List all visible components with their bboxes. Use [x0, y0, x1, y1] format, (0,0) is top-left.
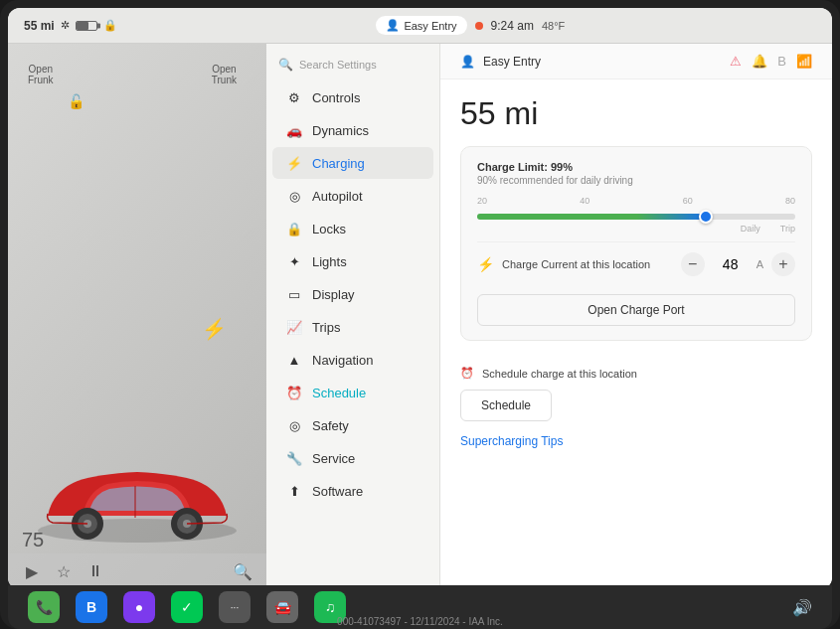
sidebar-label-navigation: Navigation — [312, 353, 373, 368]
sidebar-label-controls: Controls — [312, 90, 360, 105]
sidebar-item-schedule[interactable]: ⏰ Schedule — [272, 377, 433, 408]
sidebar-label-autopilot: Autopilot — [312, 189, 363, 204]
status-left: 55 mi ✲ 🔒 — [24, 19, 117, 33]
easy-entry-text: Easy Entry — [404, 20, 456, 32]
decrease-charge-button[interactable]: − — [681, 252, 705, 276]
easy-entry-badge: 👤 Easy Entry — [376, 16, 466, 35]
volume-icon: 🔊 — [792, 599, 812, 616]
signal-icon: 📶 — [796, 54, 812, 69]
slider-fill — [477, 214, 706, 220]
sidebar-label-locks: Locks — [312, 222, 346, 236]
mileage-display: 55 mi — [460, 95, 812, 132]
bluetooth-status-icon: ✲ — [61, 19, 70, 32]
charge-current-row: ⚡ Charge Current at this location − 48 A… — [477, 241, 795, 286]
slider-labels: 20 40 60 80 — [477, 196, 795, 206]
safety-icon: ◎ — [286, 417, 302, 433]
star-icon[interactable]: ☆ — [52, 559, 76, 583]
sidebar-label-trips: Trips — [312, 320, 340, 335]
sidebar-item-software[interactable]: ⬆ Software — [272, 475, 433, 507]
main-area: OpenFrunk OpenTrunk 🔓 — [8, 44, 832, 589]
status-temp: 48°F — [542, 20, 565, 32]
content-panel: 👤 Easy Entry ⚠ 🔔 B 📶 55 mi Charge Limit:… — [440, 44, 832, 589]
car-lock-icon: 🔓 — [68, 93, 84, 109]
charge-limit-title: Charge Limit: 99% — [477, 161, 795, 173]
play-icon[interactable]: ▶ — [20, 559, 44, 583]
sidebar-item-dynamics[interactable]: 🚗 Dynamics — [272, 114, 433, 146]
dynamics-icon: 🚗 — [286, 122, 302, 138]
car-lock-icon: 🔒 — [103, 19, 117, 32]
sidebar-item-service[interactable]: 🔧 Service — [272, 442, 433, 474]
schedule-button[interactable]: Schedule — [460, 390, 552, 421]
service-icon: 🔧 — [286, 450, 302, 466]
sidebar-label-display: Display — [312, 287, 355, 302]
volume-control[interactable]: 🔊 — [792, 598, 812, 617]
bluetooth-icon: B — [777, 54, 786, 69]
trips-icon: 📈 — [286, 319, 302, 335]
person-icon-content: 👤 — [460, 55, 475, 69]
sidebar-item-autopilot[interactable]: ◎ Autopilot — [272, 180, 433, 212]
person-icon: 👤 — [386, 19, 400, 32]
content-body: 55 mi Charge Limit: 99% 90% recommended … — [440, 79, 832, 465]
sidebar-label-lights: Lights — [312, 254, 347, 269]
charge-current-label: Charge Current at this location — [502, 257, 673, 271]
locks-icon: 🔒 — [286, 221, 302, 236]
sidebar-label-service: Service — [312, 451, 355, 466]
sidebar-label-dynamics: Dynamics — [312, 123, 369, 138]
open-trunk-label[interactable]: OpenTrunk — [212, 64, 237, 85]
slider-thumb[interactable] — [699, 210, 713, 224]
charging-current-icon: ⚡ — [477, 256, 494, 272]
watermark: 000-41073497 - 12/11/2024 - IAA Inc. — [0, 616, 840, 627]
sidebar-item-safety[interactable]: ◎ Safety — [272, 409, 433, 441]
autopilot-icon: ◎ — [286, 188, 302, 204]
status-bar: 55 mi ✲ 🔒 👤 Easy Entry 9:24 am 48°F — [8, 8, 832, 44]
slider-daily-trip: Daily Trip — [477, 224, 795, 234]
charge-slider[interactable] — [477, 214, 795, 220]
charge-value: 48 — [713, 256, 749, 272]
svg-point-0 — [38, 519, 237, 543]
alert-icon: ⚠ — [730, 54, 742, 69]
sidebar-item-display[interactable]: ▭ Display — [272, 278, 433, 310]
screen: 55 mi ✲ 🔒 👤 Easy Entry 9:24 am 48°F — [8, 8, 832, 589]
open-charge-port-button[interactable]: Open Charge Port — [477, 294, 795, 326]
software-icon: ⬆ — [286, 483, 302, 499]
bezel: 55 mi ✲ 🔒 👤 Easy Entry 9:24 am 48°F — [0, 0, 840, 629]
sidebar: 🔍 Search Settings ⚙ Controls 🚗 Dynamics … — [266, 44, 440, 589]
sidebar-item-trips[interactable]: 📈 Trips — [272, 311, 433, 343]
sidebar-label-software: Software — [312, 484, 363, 499]
content-header: 👤 Easy Entry ⚠ 🔔 B 📶 — [440, 44, 832, 79]
sidebar-label-safety: Safety — [312, 418, 349, 433]
sidebar-item-charging[interactable]: ⚡ Charging — [272, 147, 433, 179]
charging-icon: ⚡ — [286, 155, 302, 171]
status-center: 👤 Easy Entry 9:24 am 48°F — [125, 16, 816, 35]
status-mileage: 55 mi — [24, 19, 55, 33]
charge-unit: A — [756, 258, 763, 270]
increase-charge-button[interactable]: + — [771, 252, 795, 276]
sidebar-item-lights[interactable]: ✦ Lights — [272, 245, 433, 277]
search-placeholder[interactable]: Search Settings — [299, 59, 377, 71]
open-frunk-label[interactable]: OpenFrunk — [28, 64, 54, 85]
status-time: 9:24 am — [491, 19, 534, 33]
car-bottom-bar: ▶ ☆ ⏸ 🔍 — [8, 553, 266, 589]
trip-label: Trip — [780, 224, 795, 234]
car-image — [18, 436, 256, 559]
content-header-title: Easy Entry — [483, 55, 541, 69]
lights-icon: ✦ — [286, 253, 302, 269]
search-icon-sidebar: 🔍 — [278, 58, 293, 72]
car-area: OpenFrunk OpenTrunk 🔓 — [8, 44, 266, 589]
sidebar-item-navigation[interactable]: ▲ Navigation — [272, 344, 433, 376]
controls-icon: ⚙ — [286, 89, 302, 105]
sidebar-item-locks[interactable]: 🔒 Locks — [272, 213, 433, 244]
equalizer-icon[interactable]: ⏸ — [84, 559, 107, 583]
supercharging-tips-link[interactable]: Supercharging Tips — [460, 434, 563, 448]
schedule-label: Schedule charge at this location — [482, 368, 637, 380]
search-icon[interactable]: 🔍 — [231, 559, 254, 583]
speed-display: 75 — [22, 529, 44, 551]
record-indicator — [475, 22, 483, 30]
schedule-row: ⏰ Schedule charge at this location — [460, 357, 812, 390]
search-bar[interactable]: 🔍 Search Settings — [266, 52, 439, 78]
battery-icon — [76, 21, 97, 31]
sidebar-item-controls[interactable]: ⚙ Controls — [272, 81, 433, 113]
bell-icon: 🔔 — [752, 54, 767, 69]
daily-label: Daily — [741, 224, 760, 234]
navigation-icon: ▲ — [286, 352, 302, 368]
